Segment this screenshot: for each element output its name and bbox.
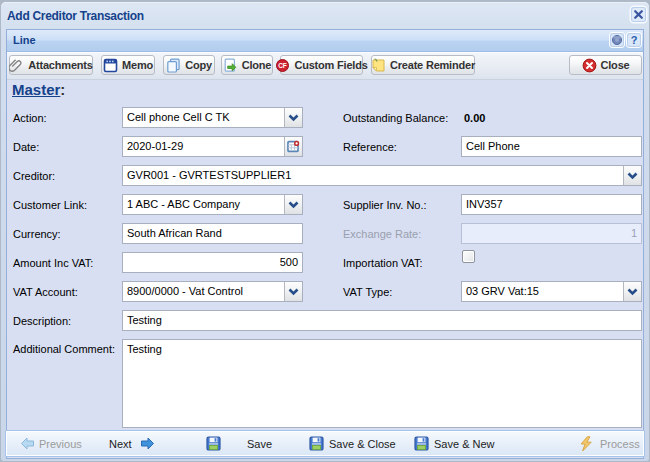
window: Add Creditor Transaction Line ? [1, 2, 649, 461]
btn-custom-fields[interactable]: CF Custom Fields [280, 55, 363, 75]
btn-create-reminder[interactable]: Create Reminder [371, 55, 475, 75]
btn-close[interactable]: Close [569, 55, 642, 75]
supplier-inv-field[interactable]: INV357 [461, 194, 642, 215]
btn-save-new[interactable]: Save & New [414, 431, 495, 456]
action-combo[interactable]: Cell phone Cell C TK [122, 107, 303, 128]
date-field[interactable]: 2020-01-29 [122, 136, 303, 157]
importation-vat-checkbox[interactable] [462, 250, 475, 263]
vat-type-combo[interactable]: 03 GRV Vat:15 [461, 281, 642, 302]
btn-clone[interactable]: Clone [221, 55, 273, 75]
window-title: Add Creditor Transaction [7, 9, 144, 23]
svg-text:?: ? [631, 34, 638, 46]
additional-comment-field[interactable]: Testing [122, 339, 642, 428]
window-close[interactable] [631, 7, 646, 22]
exchange-rate-field: 1 [461, 223, 642, 244]
customer-link-combo[interactable]: 1 ABC - ABC Company [122, 194, 303, 215]
tool-help[interactable]: ? [627, 33, 641, 47]
amount-field[interactable]: 500 [122, 252, 303, 273]
btn-memo[interactable]: Memo [101, 55, 155, 75]
line-panel: Line ? Attachments [6, 29, 644, 459]
vat-account-combo[interactable]: 8900/0000 - Vat Control [122, 281, 303, 302]
btn-copy[interactable]: Copy [163, 55, 215, 75]
btn-process[interactable]: Process [579, 431, 640, 456]
reference-field[interactable]: Cell Phone [461, 136, 642, 157]
add-creditor-transaction-window: Add Creditor Transaction Line ? [0, 0, 650, 462]
toolbar: Attachments Memo Copy Clone CF Custom Fi… [7, 52, 643, 80]
statusbar: Previous Next Save Save & Close Save & N… [5, 430, 645, 457]
description-field[interactable]: Testing [122, 310, 642, 331]
btn-previous[interactable]: Previous [20, 431, 82, 456]
svg-text:CF: CF [279, 62, 287, 69]
btn-save-close[interactable]: Save & Close [309, 431, 396, 456]
btn-attachments[interactable]: Attachments [9, 55, 93, 75]
line-panel-header: Line ? [7, 30, 643, 52]
btn-save[interactable]: Save [206, 431, 272, 456]
tool-print[interactable] [610, 33, 624, 47]
currency-field[interactable]: South African Rand [122, 223, 303, 244]
btn-next[interactable]: Next [109, 431, 155, 456]
creditor-combo[interactable]: GVR001 - GVRTESTSUPPLIER1 [122, 165, 642, 186]
